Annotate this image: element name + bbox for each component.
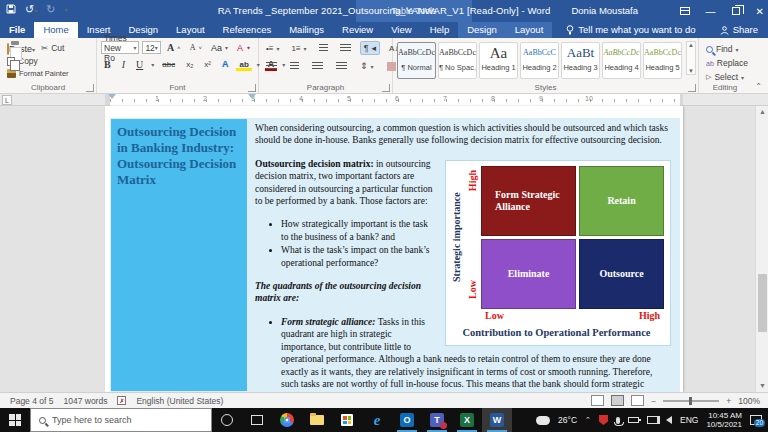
style-heading3[interactable]: AaBtHeading 3 bbox=[561, 42, 600, 79]
clear-formatting-button[interactable]: A✦ bbox=[234, 42, 254, 54]
select-button[interactable]: ▷Select▾ bbox=[703, 71, 747, 83]
ltr-direction-button[interactable]: ¶◂ bbox=[360, 41, 380, 55]
tab-mailings[interactable]: Mailings bbox=[280, 22, 333, 38]
zoom-in-icon[interactable]: + bbox=[726, 396, 731, 406]
ribbon-display-options-icon[interactable] bbox=[680, 7, 690, 15]
paste-button[interactable]: Paste▾ bbox=[4, 43, 38, 55]
tell-me-box[interactable]: Tell me what you want to do bbox=[566, 22, 695, 38]
style-heading4[interactable]: AaBbCcDcHeading 4 bbox=[602, 42, 641, 79]
word-button[interactable]: W bbox=[482, 408, 512, 432]
zoom-out-icon[interactable]: − bbox=[651, 396, 656, 406]
language-indicator[interactable]: English (United States) bbox=[136, 396, 223, 406]
restore-button[interactable] bbox=[732, 7, 740, 15]
style-no-spacing[interactable]: AaBbCcDc¶ No Spac... bbox=[438, 42, 477, 79]
grow-font-button[interactable]: A˄ bbox=[164, 41, 184, 54]
justify-button[interactable] bbox=[333, 61, 350, 72]
store-button[interactable] bbox=[332, 408, 362, 432]
style-heading5[interactable]: AaBbCcDcHeading 5 bbox=[643, 42, 682, 79]
line-spacing-button[interactable]: ⇕▾ bbox=[357, 60, 377, 72]
bullets-button[interactable]: •≡▾ bbox=[263, 43, 282, 54]
page-indicator[interactable]: Page 4 of 5 bbox=[10, 396, 53, 406]
edge-button[interactable]: e bbox=[362, 408, 392, 432]
battery-icon[interactable] bbox=[628, 417, 639, 423]
style-heading1[interactable]: AaHeading 1 bbox=[479, 42, 518, 79]
weather-icon[interactable] bbox=[536, 416, 550, 425]
task-view-button[interactable] bbox=[242, 408, 272, 432]
numbering-button[interactable]: 1≡▾ bbox=[288, 43, 309, 54]
replace-button[interactable]: abReplace bbox=[703, 57, 747, 69]
font-size-select[interactable]: 12▾ bbox=[142, 41, 160, 54]
indent-marker[interactable] bbox=[108, 94, 116, 99]
increase-indent-button[interactable] bbox=[337, 43, 354, 54]
tab-review[interactable]: Review bbox=[333, 22, 382, 38]
zoom-slider[interactable] bbox=[663, 400, 719, 402]
scroll-down-icon[interactable]: ▼ bbox=[756, 380, 768, 392]
tab-home[interactable]: Home bbox=[34, 22, 77, 38]
subscript-button[interactable]: x₂ bbox=[183, 59, 196, 70]
first-line-indent-marker[interactable] bbox=[248, 94, 256, 99]
scroll-up-icon[interactable]: ▲ bbox=[756, 106, 768, 118]
read-mode-icon[interactable] bbox=[591, 395, 604, 406]
cortana-button[interactable] bbox=[212, 408, 242, 432]
document-page[interactable]: Outsourcing Decision in Banking Industry… bbox=[105, 106, 683, 392]
language-toggle[interactable]: ENG bbox=[680, 415, 698, 425]
styles-gallery-scroll[interactable]: ▲▼ bbox=[686, 41, 696, 75]
shrink-font-button[interactable]: A˅ bbox=[187, 42, 205, 53]
tab-view[interactable]: View bbox=[382, 22, 420, 38]
clipboard-dialog-launcher[interactable] bbox=[86, 84, 94, 92]
taskbar-search-input[interactable]: Type here to search bbox=[30, 408, 212, 432]
paragraph-dialog-launcher[interactable] bbox=[382, 84, 390, 92]
underline-button[interactable]: U bbox=[133, 58, 146, 71]
close-button[interactable]: ✕ bbox=[756, 6, 764, 17]
clock[interactable]: 10:45 AM 10/5/2021 bbox=[706, 411, 742, 429]
start-button[interactable] bbox=[0, 408, 30, 432]
align-left-button[interactable] bbox=[263, 61, 280, 72]
excel-button[interactable]: X bbox=[452, 408, 482, 432]
tab-selector[interactable]: L bbox=[2, 95, 12, 105]
find-button[interactable]: Find▾ bbox=[703, 43, 747, 55]
tab-table-layout[interactable]: Layout bbox=[506, 22, 553, 38]
antivirus-shield-icon[interactable] bbox=[599, 415, 608, 425]
tab-help[interactable]: Help bbox=[421, 22, 459, 38]
style-normal[interactable]: AaBbCcDc¶ Normal bbox=[397, 42, 436, 79]
print-layout-icon[interactable] bbox=[611, 395, 624, 406]
chrome-button[interactable] bbox=[272, 408, 302, 432]
tab-layout[interactable]: Layout bbox=[167, 22, 214, 38]
zoom-level[interactable]: 100% bbox=[738, 396, 760, 406]
microphone-icon[interactable] bbox=[616, 417, 620, 424]
style-heading2[interactable]: AaBbCcCHeading 2 bbox=[520, 42, 559, 79]
temperature[interactable]: 26°C bbox=[558, 415, 577, 425]
decrease-indent-button[interactable] bbox=[316, 43, 331, 54]
tray-expand-icon[interactable]: ⌃ bbox=[585, 416, 591, 424]
align-center-button[interactable] bbox=[287, 61, 302, 72]
body-text-column[interactable]: When considering outsourcing, a common q… bbox=[248, 118, 680, 392]
italic-button[interactable]: I bbox=[119, 58, 128, 71]
zoom-slider-thumb[interactable] bbox=[689, 397, 692, 405]
text-effects-button[interactable]: A bbox=[219, 58, 232, 71]
superscript-button[interactable]: x² bbox=[201, 59, 214, 70]
vertical-scrollbar[interactable]: ▲ ▼ bbox=[755, 106, 768, 392]
styles-dialog-launcher[interactable] bbox=[688, 84, 696, 92]
speaker-icon[interactable] bbox=[666, 416, 672, 424]
strikethrough-button[interactable]: abc bbox=[159, 59, 178, 70]
minimize-button[interactable]: — bbox=[706, 6, 716, 17]
font-name-select[interactable]: Times New Ro▾ bbox=[101, 41, 139, 54]
outlook-button[interactable]: O bbox=[392, 408, 422, 432]
tab-table-design[interactable]: Design bbox=[458, 22, 506, 38]
font-dialog-launcher[interactable] bbox=[248, 84, 256, 92]
action-center-icon[interactable]: 20 bbox=[750, 415, 762, 425]
web-layout-icon[interactable] bbox=[631, 395, 644, 406]
user-name[interactable]: Donia Moustafa bbox=[571, 5, 638, 16]
word-count[interactable]: 1047 words bbox=[63, 396, 107, 406]
scrollbar-thumb[interactable] bbox=[758, 274, 767, 332]
file-explorer-button[interactable] bbox=[302, 408, 332, 432]
proofing-status[interactable]: ✗ bbox=[117, 396, 126, 405]
share-button[interactable]: Share bbox=[720, 22, 758, 38]
bold-button[interactable]: B bbox=[101, 58, 114, 71]
tab-file[interactable]: File bbox=[0, 22, 34, 38]
highlight-button[interactable]: ab bbox=[236, 59, 251, 71]
change-case-button[interactable]: Aa▾ bbox=[208, 42, 231, 54]
tab-references[interactable]: References bbox=[214, 22, 281, 38]
collapse-ribbon-icon[interactable]: ⌃ bbox=[755, 82, 762, 91]
cut-button[interactable]: ✂Cut bbox=[38, 42, 92, 54]
